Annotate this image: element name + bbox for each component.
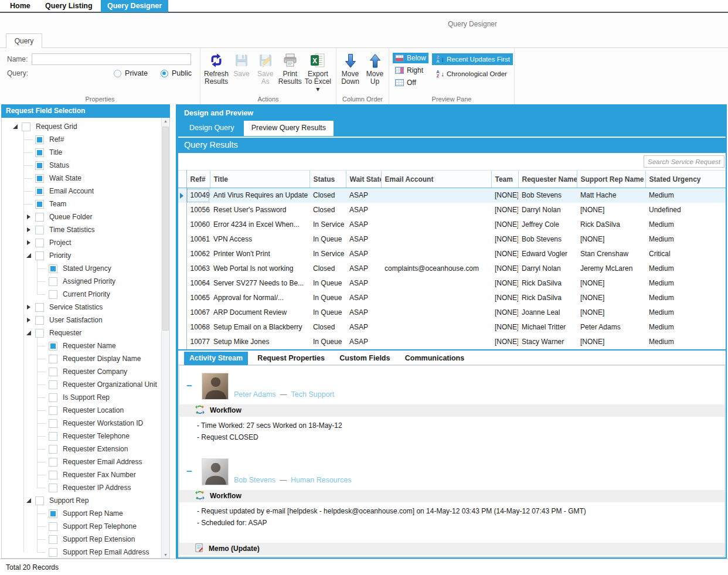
activity-user-link[interactable]: Bob Stevens xyxy=(234,476,275,485)
tree-expander-icon[interactable] xyxy=(22,301,35,314)
tree-checkbox[interactable] xyxy=(49,445,57,454)
tree-checkbox[interactable] xyxy=(49,522,57,531)
tree-checkbox[interactable] xyxy=(49,458,57,467)
tree-checkbox[interactable] xyxy=(35,213,44,222)
tab-design-query[interactable]: Design Query xyxy=(182,121,241,136)
tree-checkbox[interactable] xyxy=(35,135,44,144)
activity-user-link[interactable]: Peter Adams xyxy=(234,390,276,400)
tree-scrollbar-thumb[interactable] xyxy=(162,127,169,331)
column-header-status[interactable]: Status xyxy=(309,171,346,188)
private-radio[interactable]: Private xyxy=(114,69,148,77)
table-row[interactable]: 10049Anti Virus Requires an UpdateClosed… xyxy=(178,188,726,203)
table-row[interactable]: 10060Error 4234 in Excel When...In Servi… xyxy=(178,217,726,232)
tree-item[interactable]: Status xyxy=(22,159,161,172)
tree-checkbox[interactable] xyxy=(49,264,57,273)
tree-checkbox[interactable] xyxy=(49,509,57,518)
tab-request-properties[interactable]: Request Properties xyxy=(252,352,330,365)
tree-checkbox[interactable] xyxy=(49,548,57,557)
table-row[interactable]: 10056Reset User's PasswordClosedASAP[NON… xyxy=(178,203,726,217)
table-row[interactable]: 10065Approval for Normal/...In QueueASAP… xyxy=(178,291,726,305)
column-header-title[interactable]: Title xyxy=(210,171,309,188)
tree-item[interactable]: Priority xyxy=(22,249,161,262)
tree-checkbox[interactable] xyxy=(35,251,44,260)
tree-item[interactable]: Support Rep Telephone xyxy=(36,520,161,533)
column-header-team[interactable]: Team xyxy=(491,171,518,188)
table-row[interactable]: 10062Printer Won't PrintIn ServiceASAP[N… xyxy=(178,247,726,261)
tree-item[interactable]: Requester xyxy=(22,326,161,339)
preview-below-toggle[interactable]: Below xyxy=(393,53,428,63)
tree-checkbox[interactable] xyxy=(35,316,44,325)
tree-item[interactable]: Requester Location xyxy=(36,404,161,417)
tree-item[interactable]: Assigned Priority xyxy=(36,275,161,288)
collapse-entry-button[interactable]: − xyxy=(186,467,193,477)
table-row[interactable]: 10077Setup Mike JonesIn QueueASAP[NONE]S… xyxy=(178,335,726,349)
table-row[interactable]: 10067ARP Document ReviewIn QueueASAP[NON… xyxy=(178,305,726,320)
tree-item[interactable]: Requester Fax Number xyxy=(36,468,161,481)
column-header-ref-[interactable]: Ref# xyxy=(186,171,210,188)
tree-expander-icon[interactable] xyxy=(22,326,35,339)
tree-checkbox[interactable] xyxy=(49,290,57,299)
preview-right-toggle[interactable]: Right xyxy=(393,65,428,76)
tree-item[interactable]: Queue Folder xyxy=(22,210,161,223)
collapse-entry-button[interactable]: − xyxy=(186,381,193,391)
recent-updates-first-toggle[interactable]: ZA↓ Recent Updates First xyxy=(432,53,513,65)
tree-scrollbar[interactable] xyxy=(161,118,169,558)
column-header-email-account[interactable]: Email Account xyxy=(381,171,491,188)
tree-checkbox[interactable] xyxy=(49,471,57,479)
tree-item[interactable]: Service Statistics xyxy=(22,301,161,314)
tree-checkbox[interactable] xyxy=(22,123,30,131)
tree-expander-icon[interactable] xyxy=(22,249,35,262)
tree-item[interactable]: Requester Telephone xyxy=(36,430,161,443)
tree-item[interactable]: Email Account xyxy=(22,185,161,198)
tree-checkbox[interactable] xyxy=(49,393,57,402)
tree-item[interactable]: Requester Email Address xyxy=(36,455,161,468)
column-header-support-rep-name[interactable]: Support Rep Name xyxy=(577,171,645,188)
tree-checkbox[interactable] xyxy=(49,277,57,286)
tree-item[interactable]: Support Rep Extension xyxy=(36,533,161,546)
tree-checkbox[interactable] xyxy=(49,342,57,351)
tree-checkbox[interactable] xyxy=(49,432,57,441)
preview-off-toggle[interactable]: Off xyxy=(393,77,428,88)
tree-item[interactable]: Support Rep xyxy=(22,494,161,507)
tree-checkbox[interactable] xyxy=(49,484,57,492)
tree-item[interactable]: Ref# xyxy=(22,133,161,146)
tree-item[interactable]: Requester IP Address xyxy=(36,481,161,494)
chronological-order-toggle[interactable]: AZ↓ Chronological Order xyxy=(432,68,513,80)
table-row[interactable]: 10064Server SV277 Needs to Be...In Queue… xyxy=(178,276,726,291)
tree-checkbox[interactable] xyxy=(35,200,44,209)
tree-expander-icon[interactable] xyxy=(22,223,35,236)
tree-checkbox[interactable] xyxy=(49,368,57,376)
tree-item[interactable]: Support Rep Name xyxy=(36,507,161,520)
tree-checkbox[interactable] xyxy=(35,161,44,170)
column-header-wait-state[interactable]: Wait State xyxy=(346,171,381,188)
tree-checkbox[interactable] xyxy=(49,419,57,428)
tree-checkbox[interactable] xyxy=(49,380,57,389)
tab-communications[interactable]: Communications xyxy=(400,352,470,365)
tree-item[interactable]: Requester Display Name xyxy=(36,352,161,365)
tree-checkbox[interactable] xyxy=(35,329,44,338)
table-row[interactable]: 10068Setup Email on a BlackberryClosedAS… xyxy=(178,320,726,335)
tree-item[interactable]: Requester Extension xyxy=(36,443,161,455)
activity-department-link[interactable]: Tech Support xyxy=(291,390,335,400)
tree-checkbox[interactable] xyxy=(35,496,44,505)
public-radio[interactable]: Public xyxy=(161,69,192,77)
tab-preview-query-results[interactable]: Preview Query Results xyxy=(244,121,334,136)
tree-checkbox[interactable] xyxy=(35,174,44,183)
tree-item[interactable]: Requester Workstation ID xyxy=(36,417,161,430)
tree-checkbox[interactable] xyxy=(49,355,57,363)
search-service-requests-input[interactable] xyxy=(644,155,724,168)
tree-item[interactable]: Requester Company xyxy=(36,365,161,378)
tree-checkbox[interactable] xyxy=(35,187,44,196)
tree-item[interactable]: Wait State xyxy=(22,172,161,185)
tree-item[interactable]: Is Support Rep xyxy=(36,391,161,404)
tree-item[interactable]: Requester Name xyxy=(36,339,161,352)
tab-home[interactable]: Home xyxy=(4,0,37,12)
tree-item[interactable]: Title xyxy=(22,146,161,159)
tree-item[interactable]: Request Grid xyxy=(9,120,161,133)
column-header-stated-urgency[interactable]: Stated Urgency xyxy=(645,171,726,188)
table-row[interactable]: 10063Web Portal Is not workingClosedASAP… xyxy=(178,261,726,276)
tree-item[interactable]: Stated Urgency xyxy=(36,262,161,275)
tree-expander-icon[interactable] xyxy=(22,314,35,326)
tree-expander-icon[interactable] xyxy=(22,494,35,507)
tree-checkbox[interactable] xyxy=(49,406,57,415)
